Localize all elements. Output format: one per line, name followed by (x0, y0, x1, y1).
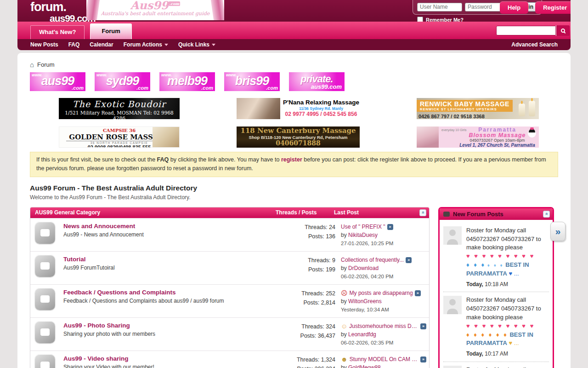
threads-count: Threads: 9 (266, 256, 335, 265)
sidebar-post-item: Roster for Monday call 0450723267 045073… (443, 223, 549, 292)
last-post-link[interactable]: Use of " PREFIX " (341, 223, 385, 231)
sidebar-expand-button[interactable]: » (550, 222, 565, 241)
last-post-user[interactable]: NikitaDuesy (348, 232, 378, 238)
ad-exotic-boudoir[interactable]: The Exotic Boudoir 1/521 Military Road, … (59, 98, 180, 119)
banner-private-aus99[interactable]: private. aus99.com (289, 72, 345, 91)
tab-whats-new[interactable]: What's New? (30, 25, 85, 39)
sidebar-title: New Forum Posts (453, 211, 540, 218)
collapse-button[interactable]: » (419, 209, 426, 216)
new-forum-posts-widget: New Forum Posts » Roster for Monday call… (438, 207, 554, 368)
menu-quick-links-label: Quick Links (178, 41, 209, 48)
post-link[interactable]: Roster for Monday call 0450723267 045073… (466, 227, 541, 251)
ad-banner-grid: The Exotic Boudoir 1/521 Military Road, … (30, 98, 558, 148)
post-link[interactable]: Roster for Monday call 0450723267 045073… (466, 366, 541, 368)
by-label: by (341, 265, 347, 271)
goto-last-post-icon[interactable]: » (420, 356, 426, 362)
heart-trail: ♥ ... (509, 339, 519, 346)
ad-blossom-massage[interactable]: everyday 10 Girls Parramatta Blossom Mas… (417, 126, 539, 148)
page-subtitle: Welcome to the Aus99 Forum - The Best Au… (30, 194, 558, 201)
tab-forum[interactable]: Forum (90, 23, 131, 39)
last-post-user[interactable]: WiltonGreens (348, 298, 382, 305)
banner-syd99[interactable]: www. syd99 .com (95, 72, 150, 91)
avatar[interactable] (443, 296, 462, 314)
last-post-link[interactable]: Collections of frequently... (341, 256, 404, 264)
menu-forum-actions[interactable]: Forum Actions (124, 41, 168, 48)
menu-calendar[interactable]: Calendar (90, 41, 113, 48)
avatar[interactable] (443, 366, 462, 368)
last-post-user[interactable]: DrDownload (348, 265, 379, 271)
menu-quick-links[interactable]: Quick Links (178, 41, 215, 48)
home-icon[interactable]: ⌂ (30, 61, 34, 68)
banner-com: .com (72, 85, 84, 91)
last-post-user[interactable]: GoldMeow88 (348, 364, 381, 368)
breadcrumb-forum[interactable]: Forum (37, 61, 55, 68)
menu-new-posts[interactable]: New Posts (30, 41, 58, 48)
heart-trail: ♥ ... (509, 270, 519, 277)
category-title[interactable]: AUS99 General Category (35, 209, 260, 216)
column-last-post: Last Post (328, 209, 419, 216)
hearts-decoration: ♥ ♥ ♥ ♥ ♥ ♥ ♥ ♥ ♥ (466, 322, 549, 331)
last-post-link[interactable]: Justsomehourhoe miss Dahlia... (349, 322, 418, 331)
goto-last-post-icon[interactable]: » (387, 224, 393, 230)
goto-last-post-icon[interactable]: » (415, 290, 421, 296)
ad-pnana-massage[interactable]: P'Nana Relaxing Massage 11/36 Sydney Rd.… (237, 98, 360, 119)
ad-golden-rose-massage[interactable]: CAMPSIE 36 GOLDEN ROSE MASSAGE 36 NORTH … (59, 126, 180, 148)
diamonds-decoration: ♦ ♦ ♦ (466, 261, 486, 268)
username-field[interactable] (417, 3, 462, 12)
sidebar-post-item: Roster for Monday call 0450723267 045073… (443, 292, 549, 362)
sidebar-post-item: Roster for Monday call 0450723267 045073… (443, 362, 549, 368)
search-input[interactable] (496, 26, 556, 35)
posts-count: Posts: 36,437 (266, 331, 335, 340)
first-visit-notice: If this is your first visit, be sure to … (30, 152, 558, 177)
forum-link[interactable]: Tutorial (63, 256, 266, 263)
goto-last-post-icon[interactable]: » (406, 257, 412, 263)
post-link[interactable]: Roster for Monday call 0450723267 045073… (466, 296, 541, 321)
forum-link[interactable]: Aus99 - Video sharing (63, 355, 266, 362)
forum-row: Tutorial Aus99 ForumTutoiral Threads: 9 … (30, 251, 429, 284)
ad-renwick-massage[interactable]: RENWICK BABY MASSAGE RENWICK ST LEICHHAR… (417, 98, 539, 119)
forum-row: Aus99 - Video sharing Sharing your Video… (30, 351, 429, 368)
ad-canterbury-massage[interactable]: 118 New Canterbury Massage Shop B/118-12… (237, 126, 360, 148)
advanced-search-link[interactable]: Advanced Search (511, 41, 558, 48)
tab-bar: What's New? Forum (17, 22, 571, 39)
ad-address: Level 1, 267 Church St, Parramatta (456, 143, 539, 148)
banner-aus99[interactable]: www. aus99 .com (30, 72, 85, 91)
faq-link[interactable]: FAQ (157, 156, 169, 163)
register-button[interactable]: Register (535, 1, 571, 14)
last-post-date: Yesterday, 10:34 AM (341, 306, 426, 314)
by-label: by (341, 298, 347, 305)
forum-stats: Threads: 9 Posts: 199 (266, 255, 335, 281)
caret-down-icon (212, 44, 215, 46)
forum-stats: Threads: 24 Posts: 136 (266, 222, 335, 248)
last-post-link[interactable]: My posts are disappearng (350, 289, 413, 298)
help-button[interactable]: Help (500, 1, 528, 14)
register-link[interactable]: register (281, 156, 302, 163)
last-post-user[interactable]: Leonardfdg (348, 331, 376, 338)
goto-last-post-icon[interactable]: » (420, 323, 426, 329)
angry-emoji-icon: ☹ (341, 290, 348, 296)
forum-link[interactable]: News and Annoucement (63, 223, 266, 230)
sidebar-header: New Forum Posts » (440, 208, 553, 220)
smiley-emoji-icon: ☺ (341, 323, 347, 329)
menu-faq[interactable]: FAQ (68, 41, 80, 48)
forum-link[interactable]: Feedback / Questions and Complaints (63, 289, 266, 296)
ad-photo (417, 126, 439, 148)
banner-melb99[interactable]: www. melb99 .com (159, 72, 215, 91)
avatar[interactable] (443, 226, 462, 245)
fire-decoration: ♦ ♦ ♦ ♦ ♦ ♦ (466, 331, 508, 338)
header-ad-banner[interactable]: Aus99.com Australia's best adult enterta… (86, 0, 224, 20)
banner-bris99[interactable]: www. bris99 .com (224, 72, 280, 91)
forum-row: Feedback / Questions and Complaints Feed… (30, 284, 429, 317)
sidebar-collapse-button[interactable]: » (543, 211, 550, 218)
last-post-date: 06-02-2026, 04:20 PM (341, 273, 426, 281)
category-header: AUS99 General Category Threads / Posts L… (30, 207, 429, 218)
menu-bar: New Posts FAQ Calendar Forum Actions Qui… (17, 39, 571, 50)
cool-emoji-icon: ☻ (341, 356, 348, 362)
search-button[interactable] (556, 25, 570, 36)
site-banner-row: www. aus99 .com www. syd99 .com www. mel… (30, 72, 558, 91)
last-post-link[interactable]: Stunny MODEL On CAM SANA (350, 355, 418, 364)
forum-link[interactable]: Aus99 - Photo Sharing (63, 322, 266, 329)
site-logo[interactable]: forum. aus99.com (30, 1, 96, 23)
post-time: Today, 10:17 AM (466, 350, 549, 358)
ad-note: everyday 10 Girls (441, 128, 466, 132)
